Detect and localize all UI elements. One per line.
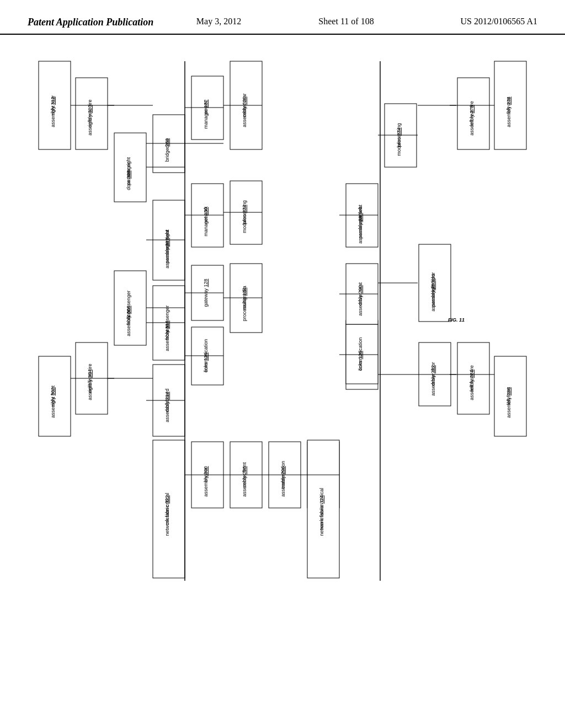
svg-text:assembly 280: assembly 280: [430, 281, 436, 312]
svg-text:manager 130: manager 130: [203, 207, 209, 236]
svg-text:assembly 306: assembly 306: [126, 306, 131, 336]
svg-text:links 126: links 126: [358, 351, 363, 371]
svg-text:network fabric 324: network fabric 324: [319, 495, 324, 536]
svg-text:modules 274: modules 274: [396, 127, 402, 156]
sheet-info: Sheet 11 of 108: [282, 17, 410, 26]
svg-text:assembly 278: assembly 278: [469, 105, 475, 136]
publication-date: May 3, 2012: [155, 17, 282, 26]
svg-text:assembly 290: assembly 290: [358, 285, 363, 316]
svg-text:assembly 282: assembly 282: [430, 365, 436, 396]
svg-text:assembly 276: assembly 276: [506, 97, 511, 127]
svg-text:assembly 314: assembly 314: [164, 392, 170, 422]
svg-text:assembly 320: assembly 320: [242, 97, 247, 127]
svg-text:assembly 304: assembly 304: [87, 370, 93, 400]
page-header: Patent Application Publication May 3, 20…: [0, 0, 565, 35]
svg-text:bridge 260: bridge 260: [164, 138, 170, 162]
svg-text:assembly 312: assembly 312: [50, 97, 56, 127]
svg-text:modules 274: modules 274: [242, 205, 247, 233]
svg-text:assembly 318: assembly 318: [164, 238, 170, 269]
publication-title: Patent Application Publication: [28, 17, 155, 28]
svg-text:assembly 288: assembly 288: [358, 213, 363, 244]
svg-text:network fabric 322: network fabric 322: [164, 495, 170, 536]
svg-text:assembly 316: assembly 316: [164, 320, 170, 351]
svg-text:FIG. 11: FIG. 11: [448, 317, 465, 323]
svg-text:assembly 310: assembly 310: [87, 105, 93, 136]
svg-text:assembly 300: assembly 300: [203, 466, 209, 497]
svg-text:assembly 296: assembly 296: [280, 466, 286, 497]
patent-number: US 2012/0106565 A1: [410, 17, 537, 26]
svg-text:assembly 302: assembly 302: [50, 387, 56, 418]
svg-text:assembly 286: assembly 286: [506, 387, 511, 418]
svg-text:manager 132: manager 132: [203, 99, 209, 129]
svg-text:processing 134: processing 134: [242, 287, 247, 321]
svg-text:assembly 298: assembly 298: [242, 466, 247, 497]
svg-text:door 308: door 308: [126, 170, 131, 190]
diagram-area: text { font-family: Arial, sans-serif; f…: [34, 51, 531, 630]
